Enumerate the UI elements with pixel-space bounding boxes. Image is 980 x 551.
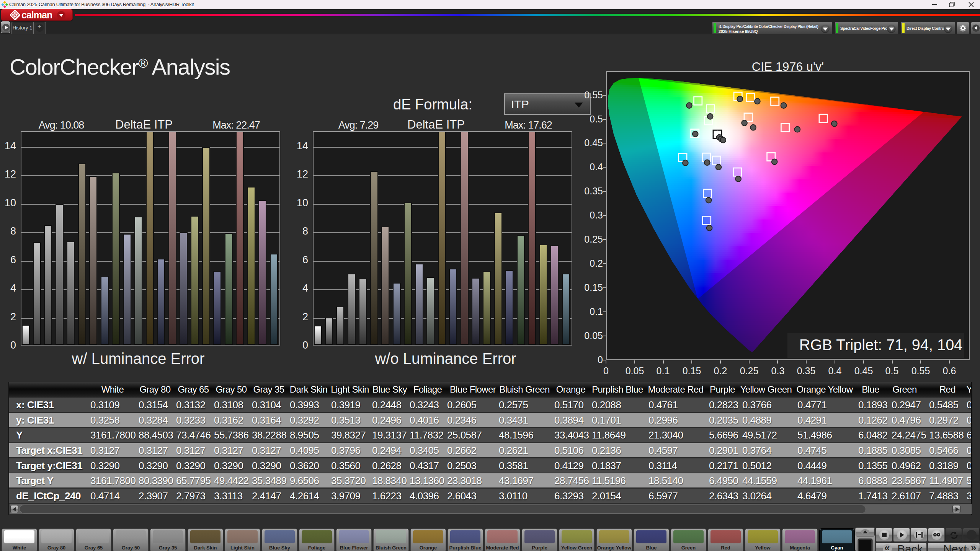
svg-text:RGB Triplet: 71, 94, 104: RGB Triplet: 71, 94, 104	[799, 336, 963, 353]
